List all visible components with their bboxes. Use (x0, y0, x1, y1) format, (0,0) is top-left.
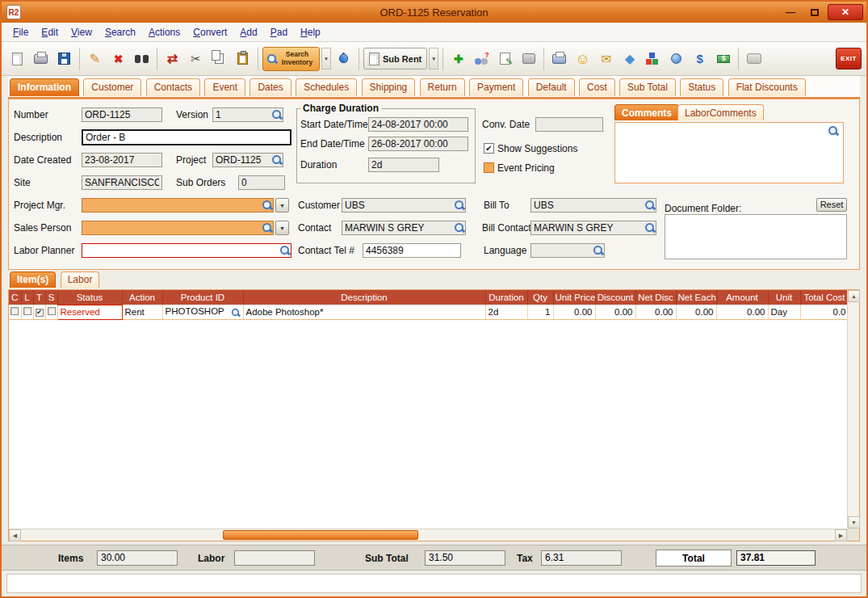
menu-file[interactable]: File (6, 24, 35, 40)
conv-date-field[interactable] (535, 117, 603, 132)
fax-button[interactable] (548, 48, 570, 69)
total-field[interactable]: 37.81 (736, 550, 816, 566)
tab-subtotal[interactable]: Sub Total (619, 78, 676, 96)
menu-search[interactable]: Search (99, 24, 142, 40)
menu-convert[interactable]: Convert (187, 24, 233, 40)
col-qty[interactable]: Qty (527, 290, 553, 305)
start-field[interactable] (368, 117, 468, 132)
billing-button[interactable] (712, 48, 734, 69)
col-net-disc[interactable]: Net Disc (635, 290, 676, 305)
scroll-up-arrow[interactable] (848, 290, 860, 302)
col-unit[interactable]: Unit (768, 290, 800, 305)
menu-actions[interactable]: Actions (142, 24, 187, 40)
col-s[interactable]: S (45, 290, 57, 305)
exit-button[interactable]: EXIT (836, 48, 862, 69)
col-total-cost[interactable]: Total Cost (800, 290, 847, 305)
version-lookup-icon[interactable] (271, 109, 282, 120)
menu-pad[interactable]: Pad (264, 24, 294, 40)
reset-button[interactable]: Reset (816, 198, 847, 212)
total-button[interactable]: Total (656, 550, 732, 566)
col-c[interactable]: C (9, 290, 21, 305)
show-suggestions-checkbox[interactable] (484, 143, 494, 154)
cut-button[interactable] (185, 48, 207, 69)
col-l[interactable]: L (21, 290, 33, 305)
tab-shipping[interactable]: Shipping (362, 78, 416, 96)
pad-button[interactable] (518, 48, 539, 69)
col-status[interactable]: Status (57, 290, 122, 305)
event-pricing-checkbox[interactable] (484, 162, 494, 173)
minimize-button[interactable] (779, 4, 802, 20)
scroll-right-arrow[interactable] (835, 529, 847, 541)
reports-button[interactable] (642, 48, 664, 69)
labor-planner-lookup-icon[interactable] (279, 245, 290, 255)
language-lookup-icon[interactable] (593, 245, 603, 255)
customer-field[interactable] (342, 198, 466, 213)
menu-help[interactable]: Help (294, 24, 327, 40)
bill-to-lookup-icon[interactable] (644, 200, 655, 210)
search-inventory-button[interactable]: Search Inventory (262, 47, 320, 71)
menu-view[interactable]: View (65, 24, 99, 40)
document-folder-box[interactable] (665, 214, 847, 259)
tab-dates[interactable]: Dates (249, 78, 291, 96)
menu-add[interactable]: Add (233, 24, 263, 40)
col-net-each[interactable]: Net Each (676, 290, 716, 305)
paste-button[interactable] (232, 48, 254, 69)
web-order-button[interactable] (665, 48, 687, 69)
maximize-button[interactable] (803, 4, 826, 20)
bill-to-field[interactable] (530, 198, 656, 213)
tab-comments[interactable]: Comments (614, 104, 679, 120)
tab-status[interactable]: Status (680, 78, 723, 96)
cell-s[interactable] (45, 305, 57, 319)
t-checkbox[interactable] (36, 309, 44, 317)
end-field[interactable] (368, 137, 468, 151)
description-field[interactable] (82, 129, 291, 145)
date-created-field[interactable] (82, 153, 162, 167)
tab-customer[interactable]: Customer (83, 78, 141, 96)
col-t[interactable]: T (33, 290, 45, 305)
convert-button[interactable] (161, 48, 183, 69)
close-button[interactable] (828, 4, 863, 20)
tab-contacts[interactable]: Contacts (146, 78, 200, 96)
site-field[interactable] (82, 175, 162, 190)
save-button[interactable] (53, 48, 75, 69)
sales-person-dropdown[interactable] (275, 221, 289, 235)
col-discount[interactable]: Discount (595, 290, 635, 305)
cell-t[interactable] (33, 305, 45, 319)
tab-items[interactable]: Item(s) (10, 272, 56, 288)
tab-labor-comments[interactable]: LaborComments (677, 104, 764, 120)
tab-return[interactable]: Return (420, 78, 465, 96)
tab-payment[interactable]: Payment (469, 78, 523, 96)
col-action[interactable]: Action (122, 290, 162, 305)
bill-contact-lookup-icon[interactable] (644, 222, 655, 233)
add-item-button[interactable] (447, 48, 469, 69)
labor-planner-field[interactable] (82, 243, 291, 258)
copy-button[interactable] (208, 48, 230, 69)
number-field[interactable] (82, 107, 162, 122)
find-button[interactable] (131, 48, 153, 69)
tab-schedules[interactable]: Schedules (296, 78, 357, 96)
bill-contact-field[interactable] (530, 221, 656, 235)
customer-smiley-button[interactable] (572, 48, 593, 69)
s-checkbox[interactable] (48, 307, 56, 315)
project-mgr-lookup-icon[interactable] (262, 200, 272, 210)
menu-edit[interactable]: Edit (35, 24, 65, 40)
l-checkbox[interactable] (23, 307, 31, 315)
vertical-scrollbar[interactable] (847, 290, 859, 529)
labor-total-field[interactable] (234, 550, 315, 566)
tab-default[interactable]: Default (528, 78, 575, 96)
scroll-down-arrow[interactable] (848, 516, 860, 529)
comment-button[interactable] (743, 48, 765, 69)
cell-c[interactable] (9, 305, 21, 319)
notes-button[interactable] (494, 48, 516, 69)
new-button[interactable] (6, 48, 28, 69)
customer-lookup-icon[interactable] (454, 200, 464, 210)
col-amount[interactable]: Amount (716, 290, 768, 305)
contact-tel-field[interactable] (363, 243, 461, 258)
comments-textarea[interactable] (614, 122, 844, 183)
sales-person-lookup-icon[interactable] (262, 222, 272, 233)
search-inventory-dropdown[interactable] (321, 48, 331, 69)
vertical-scroll-track[interactable] (848, 302, 859, 516)
col-product-id[interactable]: Product ID (162, 290, 243, 305)
availability-button[interactable] (471, 48, 493, 69)
package-button[interactable] (619, 48, 640, 69)
